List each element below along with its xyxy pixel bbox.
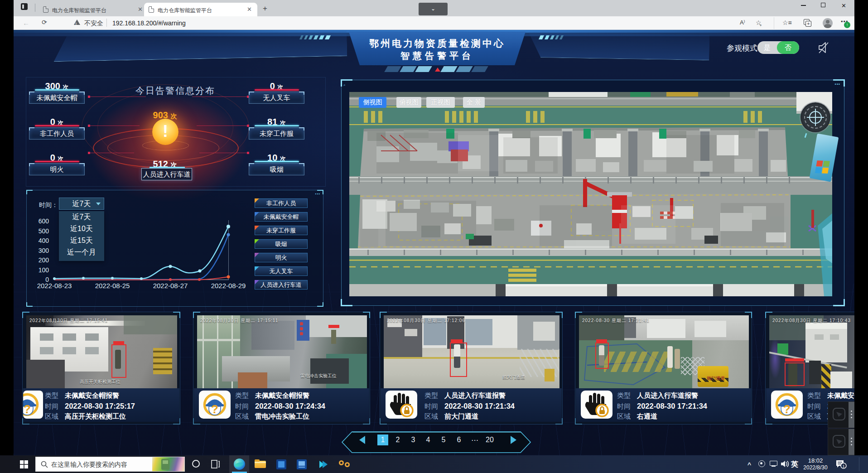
svg-text:1: 1 xyxy=(842,464,844,468)
